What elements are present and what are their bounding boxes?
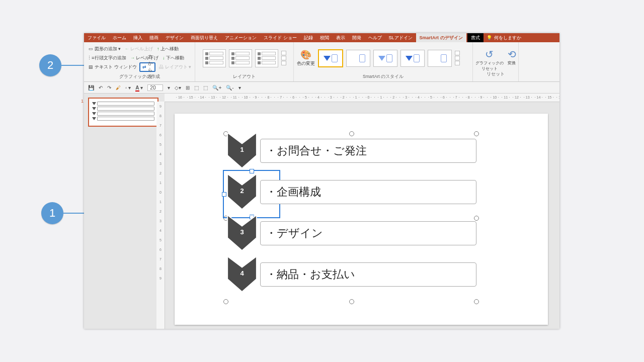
reset-icon: ↺ <box>475 48 504 60</box>
promote-label: レベル上げ <box>130 46 153 52</box>
chevron-num-3: 3 <box>240 228 244 236</box>
chevron-1[interactable]: 1 <box>226 133 258 169</box>
arrange-icon[interactable]: ⬚ <box>194 85 199 90</box>
style-thumb-1[interactable] <box>318 49 343 67</box>
layout-button[interactable]: 品レイアウト ▾ <box>156 64 193 70</box>
chevron-2[interactable]: 2 <box>226 174 258 210</box>
promote-button[interactable]: ←レベル上げ <box>123 46 154 52</box>
move-down-label: 下へ移動 <box>166 55 184 61</box>
tab-slideshow[interactable]: スライド ショー <box>260 33 300 42</box>
qat-more-icon[interactable]: ▾ <box>238 85 241 90</box>
add-shape-button[interactable]: ▭図形の追加 ▾ <box>86 46 122 52</box>
thumb-number: 1 <box>81 99 84 104</box>
ruler-vertical: 9876543210123456789 <box>156 102 165 329</box>
style-thumb-3[interactable] <box>373 50 397 67</box>
chevron-4[interactable]: 4 <box>226 256 258 293</box>
arrow-up-icon: ↑ <box>157 46 159 51</box>
tab-home[interactable]: ホーム <box>109 33 130 42</box>
align-icon[interactable]: ⊞ <box>186 85 190 90</box>
smartart-item-2[interactable]: ⟲ 2 ・企画構成 <box>226 175 476 209</box>
tab-transitions[interactable]: 画面切り替え <box>187 33 221 42</box>
arrow-left-icon: ← <box>125 46 129 51</box>
tab-animations[interactable]: アニメーション <box>221 33 260 42</box>
callout-2: 2 <box>39 54 61 76</box>
move-down-button[interactable]: ↓下へ移動 <box>161 55 186 61</box>
add-bullet-label: 行頭文字の追加 <box>95 55 126 61</box>
smartart-object[interactable]: 1 ・お問合せ・ご発注 ⟲ 2 ・企画構成 3 ・デザイン <box>226 134 476 302</box>
handle-bot-mid[interactable] <box>349 299 354 304</box>
smartart-text-4[interactable]: ・納品・お支払い <box>260 262 476 287</box>
tab-sladdin[interactable]: SLアドイン <box>385 33 416 42</box>
tell-me[interactable]: 💡何をしますか <box>487 35 521 41</box>
tab-help[interactable]: ヘルプ <box>365 33 385 42</box>
group-icon[interactable]: ⬚ <box>203 85 208 90</box>
tab-record[interactable]: 記録 <box>300 33 316 42</box>
format-painter-icon[interactable]: 🖌 <box>116 85 121 90</box>
ruler-horizontal: ・16・・15・・14・・13・・12・・11・・10・・9・・・8・・・7・・… <box>165 94 559 102</box>
tab-format[interactable]: 書式 <box>467 33 484 42</box>
quick-access-toolbar: 💾 ↶ ↷ 🖌 ▫ ▾ A ▾ 20▾ ◇▾ ⊞ ⬚ ⬚ 🔍+ 🔍- ▾ <box>84 82 559 94</box>
tab-insert[interactable]: 挿入 <box>130 33 146 42</box>
undo-icon[interactable]: ↶ <box>99 85 103 90</box>
layout-btn-label: レイアウト <box>165 64 188 70</box>
slide-thumbnails-panel: 1 <box>84 94 163 329</box>
change-colors-button[interactable]: 🎨 色の変更 <box>297 49 315 67</box>
convert-button[interactable]: ⟲ 変換 <box>508 48 516 71</box>
border-icon[interactable]: ▫ ▾ <box>125 85 131 90</box>
add-bullet-button[interactable]: ⋮≡行頭文字の追加 <box>86 55 128 61</box>
handle-bot-right[interactable] <box>474 299 479 304</box>
demote-button[interactable]: →レベル下げ <box>129 55 160 61</box>
font-color-icon[interactable]: A ▾ <box>135 85 143 90</box>
layout-thumb-3[interactable] <box>255 49 278 67</box>
smartart-text-2[interactable]: ・企画構成 <box>260 180 476 204</box>
zoom-in-icon[interactable]: 🔍+ <box>212 85 221 90</box>
redo-icon[interactable]: ↷ <box>107 85 111 90</box>
style-thumb-5[interactable] <box>428 50 452 67</box>
demote-label: レベル下げ <box>136 55 158 61</box>
chevron-num-2: 2 <box>240 187 244 195</box>
add-shape-icon: ▭ <box>88 46 94 52</box>
tab-smartart-design[interactable]: SmartArt のデザイン <box>416 33 466 42</box>
shape-icon[interactable]: ◇▾ <box>175 85 181 90</box>
smartart-item-1[interactable]: 1 ・お問合せ・ご発注 <box>226 134 476 168</box>
slide-thumbnail-1[interactable] <box>88 98 158 127</box>
smartart-item-3[interactable]: 3 ・デザイン <box>226 216 476 250</box>
group-label-layout: レイアウト <box>195 74 293 81</box>
tell-me-label: 何をしますか <box>494 35 521 41</box>
smartart-text-1[interactable]: ・お問合せ・ご発注 <box>260 139 476 163</box>
reset-graphic-button[interactable]: ↺ グラフィックの リセット <box>475 48 504 71</box>
tab-design[interactable]: デザイン <box>162 33 187 42</box>
style-gallery-more[interactable] <box>455 51 460 65</box>
tab-view[interactable]: 表示 <box>333 33 349 42</box>
layout-gallery-more[interactable] <box>281 51 286 65</box>
zoom-out-icon[interactable]: 🔍- <box>226 85 233 90</box>
convert-label: 変換 <box>508 60 516 66</box>
font-size-dropdown-icon[interactable]: ▾ <box>168 85 170 90</box>
tab-review[interactable]: 校閲 <box>316 33 333 42</box>
slide-editor[interactable]: 1 ・お問合せ・ご発注 ⟲ 2 ・企画構成 3 ・デザイン <box>172 114 550 319</box>
chevron-num-1: 1 <box>240 146 244 153</box>
arrow-down-icon: ↓ <box>163 55 165 60</box>
callout-1: 1 <box>41 202 63 224</box>
chevron-3[interactable]: 3 <box>226 215 258 251</box>
handle-bot-left[interactable] <box>223 299 228 304</box>
move-up-button[interactable]: ↑上へ移動 <box>155 46 180 52</box>
rtl-icon: ⇄ <box>142 64 146 69</box>
font-size-input[interactable]: 20 <box>147 84 163 91</box>
tab-developer[interactable]: 開発 <box>349 33 365 42</box>
style-thumb-2[interactable] <box>346 50 370 67</box>
layout-thumb-1[interactable] <box>203 49 226 67</box>
right-to-left-button[interactable]: ⇄右から左 <box>139 62 155 72</box>
ribbon-tabbar: ファイル ホーム 挿入 描画 デザイン 画面切り替え アニメーション スライド … <box>84 33 559 42</box>
style-thumb-4[interactable] <box>400 50 425 67</box>
text-pane-button[interactable]: ▤テキスト ウィンドウ <box>86 64 138 70</box>
convert-icon: ⟲ <box>508 48 516 60</box>
layout-thumb-2[interactable] <box>229 49 252 67</box>
tab-draw[interactable]: 描画 <box>146 33 162 42</box>
save-icon[interactable]: 💾 <box>88 85 94 90</box>
slide-canvas[interactable]: 1 ・お問合せ・ご発注 ⟲ 2 ・企画構成 3 ・デザイン <box>175 114 548 325</box>
tab-file[interactable]: ファイル <box>84 33 109 42</box>
smartart-item-4[interactable]: 4 ・納品・お支払い <box>226 257 476 292</box>
smartart-text-3[interactable]: ・デザイン <box>260 221 476 245</box>
bulb-icon: 💡 <box>487 35 492 40</box>
